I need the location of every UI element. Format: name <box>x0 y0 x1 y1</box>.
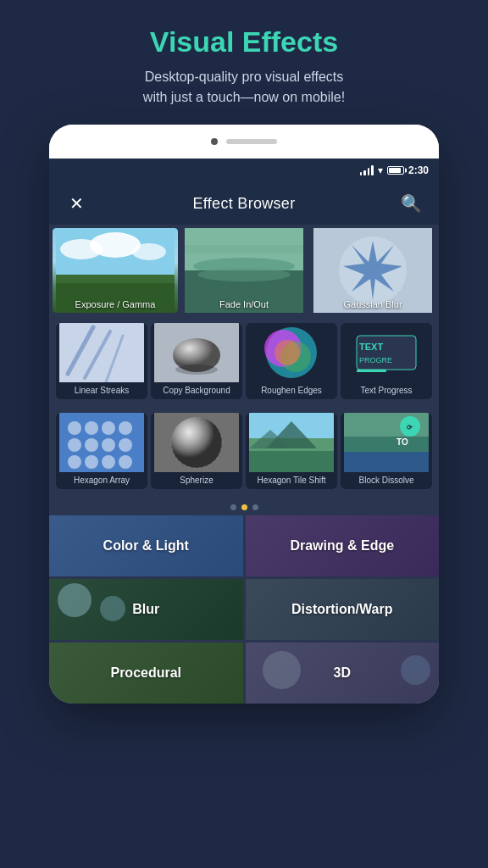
svg-point-35 <box>119 421 132 435</box>
thumb-copy-bg <box>151 323 242 382</box>
effect-item-text-progress[interactable]: TEXT PROGRE Text Progress <box>341 323 432 399</box>
svg-point-34 <box>102 421 115 435</box>
category-procedural[interactable]: Procedural <box>49 643 243 704</box>
effect-item-linear-streaks[interactable]: Linear Streaks <box>56 323 147 399</box>
category-label-color-light: Color & Light <box>103 538 189 554</box>
svg-point-42 <box>102 455 115 469</box>
effect-name-copy-bg: Copy Background <box>151 382 242 399</box>
phone-camera <box>211 138 218 145</box>
page-dot-3[interactable] <box>252 504 258 510</box>
thumb-spherize <box>151 413 242 472</box>
category-distortion-warp[interactable]: Distortion/Warp <box>246 579 440 640</box>
svg-rect-54 <box>344 437 429 452</box>
svg-point-40 <box>68 455 81 469</box>
effect-name-text-progress: Text Progress <box>341 382 432 399</box>
thumb-hex-tile <box>246 413 337 472</box>
app-bar: ✕ Effect Browser 🔍 <box>49 182 439 225</box>
category-3d[interactable]: 3D <box>246 643 440 704</box>
featured-label-gaussian: Gaussian Blur <box>310 299 435 309</box>
signal-icon <box>360 165 374 175</box>
close-button[interactable]: ✕ <box>63 190 90 217</box>
page-title: Visual Effects <box>143 25 345 58</box>
effects-grid-row2: Hexagon Array <box>49 406 439 496</box>
effect-grid-2: Hexagon Array <box>53 413 435 489</box>
effect-name-spherize: Spherize <box>151 472 242 489</box>
effect-item-copy-bg[interactable]: Copy Background <box>151 323 242 399</box>
page-dot-1[interactable] <box>230 504 236 510</box>
svg-point-25 <box>274 340 300 365</box>
svg-point-20 <box>175 364 218 375</box>
effect-name-linear-streaks: Linear Streaks <box>56 382 147 399</box>
svg-point-41 <box>85 455 98 469</box>
category-label-3d: 3D <box>334 665 351 681</box>
svg-rect-11 <box>185 245 303 253</box>
effect-name-hexagon: Hexagon Array <box>56 472 147 489</box>
svg-point-33 <box>85 421 98 435</box>
effect-item-spherize[interactable]: Spherize <box>151 413 242 489</box>
page-subtitle: Desktop-quality pro visual effectswith j… <box>143 67 345 108</box>
status-bar: ▾ 2:30 <box>49 159 439 182</box>
svg-text:⟳: ⟳ <box>407 424 413 431</box>
thumb-hexagon <box>56 413 147 472</box>
svg-point-3 <box>132 243 166 260</box>
svg-point-38 <box>102 438 115 452</box>
category-blur[interactable]: Blur <box>49 579 243 640</box>
thumb-linear-streaks <box>56 323 147 382</box>
featured-item-fade[interactable]: Fade In/Out <box>181 228 307 313</box>
phone-mockup: ▾ 2:30 ✕ Effect Browser 🔍 <box>49 125 439 704</box>
status-icons: ▾ 2:30 <box>360 164 429 176</box>
featured-item-gaussian[interactable]: Gaussian Blur <box>310 228 435 313</box>
thumb-roughen <box>246 323 337 382</box>
status-time: 2:30 <box>408 164 429 176</box>
svg-point-39 <box>119 438 132 452</box>
effect-item-roughen[interactable]: Roughen Edges <box>246 323 337 399</box>
app-content: Exposure / Gamma Fade In/Out <box>49 225 439 704</box>
svg-point-45 <box>171 417 222 468</box>
featured-label-fade: Fade In/Out <box>181 299 307 309</box>
svg-point-43 <box>119 455 132 469</box>
svg-rect-30 <box>357 370 386 372</box>
featured-row: Exposure / Gamma Fade In/Out <box>49 225 439 316</box>
svg-rect-14 <box>59 323 144 382</box>
category-color-light[interactable]: Color & Light <box>49 515 243 576</box>
effect-name-hex-tile: Hexagon Tile Shift <box>246 472 337 489</box>
svg-point-10 <box>197 268 291 281</box>
pagination <box>49 496 439 515</box>
effect-item-hexagon[interactable]: Hexagon Array <box>56 413 147 489</box>
effect-name-roughen: Roughen Edges <box>246 382 337 399</box>
battery-icon <box>387 166 404 175</box>
search-button[interactable]: 🔍 <box>398 190 425 217</box>
featured-label-exposure: Exposure / Gamma <box>53 299 178 309</box>
app-bar-title: Effect Browser <box>193 195 296 213</box>
featured-item-exposure[interactable]: Exposure / Gamma <box>53 228 178 313</box>
svg-point-36 <box>68 438 81 452</box>
category-grid: Color & Light Drawing & Edge Blur Distor… <box>49 515 439 704</box>
thumb-text-progress: TEXT PROGRE <box>341 323 432 382</box>
effect-item-hex-tile[interactable]: Hexagon Tile Shift <box>246 413 337 489</box>
effect-item-block-dissolve[interactable]: ⟳ TO Block Dissolve <box>341 413 432 489</box>
phone-top-bar <box>49 125 439 159</box>
effect-grid: Linear Streaks <box>53 323 435 399</box>
svg-text:TO: TO <box>396 437 408 447</box>
thumb-block-dissolve: ⟳ TO <box>341 413 432 472</box>
effects-grid-row1: Linear Streaks <box>49 316 439 406</box>
svg-text:TEXT: TEXT <box>359 342 383 352</box>
page-header: Visual Effects Desktop-quality pro visua… <box>109 0 379 125</box>
category-drawing-edge[interactable]: Drawing & Edge <box>246 515 440 576</box>
category-label-procedural: Procedural <box>110 665 181 681</box>
svg-point-32 <box>68 421 81 435</box>
category-label-blur: Blur <box>132 602 159 617</box>
page-dot-2[interactable] <box>241 504 247 510</box>
svg-text:PROGRE: PROGRE <box>359 356 392 364</box>
category-label-distortion-warp: Distortion/Warp <box>291 602 392 617</box>
svg-point-37 <box>85 438 98 452</box>
svg-rect-27 <box>357 336 416 370</box>
wifi-icon: ▾ <box>378 164 383 176</box>
category-label-drawing-edge: Drawing & Edge <box>290 538 394 554</box>
effect-name-block-dissolve: Block Dissolve <box>341 472 432 489</box>
phone-speaker <box>226 139 277 144</box>
